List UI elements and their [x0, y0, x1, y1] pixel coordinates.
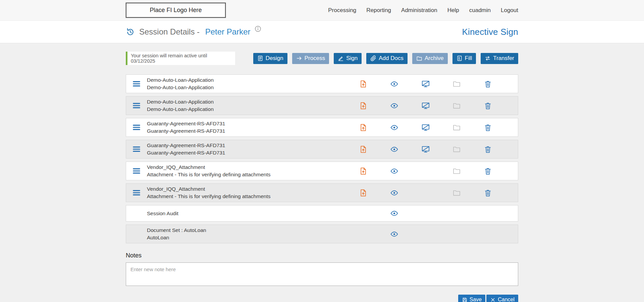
eye-action-button[interactable]	[379, 189, 410, 197]
archive-button-label: Archive	[425, 55, 444, 62]
nav-item-processing[interactable]: Processing	[328, 7, 356, 14]
drag-handle-icon	[131, 188, 142, 197]
design-button[interactable]: Design	[253, 53, 287, 64]
logo-text: Place FI Logo Here	[150, 7, 202, 14]
eye-icon	[390, 102, 398, 110]
document-row: Vendor_IQQ_AttachmentAttachment - This i…	[126, 162, 518, 180]
save-label: Save	[470, 297, 482, 302]
monitor-icon	[421, 79, 430, 88]
fill-button-label: Fill	[465, 55, 472, 62]
transfer-button[interactable]: Transfer	[481, 53, 518, 64]
folder-action-button[interactable]	[441, 145, 472, 154]
trash-icon	[484, 189, 492, 197]
topbar-nav: ProcessingReportingAdministrationHelpcua…	[328, 7, 518, 14]
document-text: Vendor_IQQ_AttachmentAttachment - This i…	[147, 184, 347, 202]
eye-action-button[interactable]	[379, 102, 410, 110]
monitor-action-button[interactable]	[410, 123, 441, 132]
session-expiry-text: Your session will remain active until 03…	[131, 53, 232, 64]
eye-action-button[interactable]	[379, 80, 410, 88]
eye-action-button[interactable]	[379, 167, 410, 175]
drag-handle[interactable]	[126, 166, 147, 176]
document-subtitle: Guaranty-Agreement-RS-AFD731	[147, 149, 347, 157]
upload-action-button[interactable]	[347, 80, 379, 88]
save-button[interactable]: Save	[458, 295, 485, 302]
document-row: Demo-Auto-Loan-ApplicationDemo-Auto-Loan…	[126, 96, 518, 115]
fill-button[interactable]: Fill	[452, 53, 476, 64]
session-user-link[interactable]: Peter Parker	[205, 27, 251, 37]
drag-handle[interactable]	[126, 123, 147, 132]
nav-item-help[interactable]: Help	[447, 7, 459, 14]
eye-action-button[interactable]	[379, 145, 410, 154]
upload-action-button[interactable]	[347, 102, 379, 110]
page-header: Session Details - Peter Parker Kinective…	[0, 21, 644, 43]
note-input[interactable]	[126, 262, 518, 286]
sign-icon	[338, 55, 344, 61]
upload-action-button[interactable]	[347, 123, 379, 132]
drag-handle[interactable]	[126, 79, 147, 88]
document-row: Guaranty-Agreement-RS-AFD731Guaranty-Agr…	[126, 140, 518, 159]
eye-action-button[interactable]	[379, 209, 410, 218]
upload-icon	[359, 80, 367, 88]
notes-heading: Notes	[126, 252, 518, 259]
cancel-label: Cancel	[498, 297, 515, 302]
trash-action-button[interactable]	[472, 145, 503, 154]
brand-title: Kinective Sign	[462, 27, 518, 37]
nav-item-cuadmin[interactable]: cuadmin	[469, 7, 491, 14]
monitor-action-button[interactable]	[410, 79, 441, 88]
drag-handle-icon	[131, 144, 142, 154]
trash-action-button[interactable]	[472, 189, 503, 197]
trash-action-button[interactable]	[472, 167, 503, 175]
folder-action-button[interactable]	[441, 189, 472, 197]
trash-action-button[interactable]	[472, 102, 503, 110]
document-text: Vendor_IQQ_AttachmentAttachment - This i…	[147, 162, 347, 180]
drag-handle[interactable]	[126, 144, 147, 154]
folder-action-button[interactable]	[441, 80, 472, 88]
upload-icon	[359, 102, 367, 110]
process-button[interactable]: Process	[292, 53, 329, 64]
trash-action-button[interactable]	[472, 80, 503, 88]
document-subtitle: Demo-Auto-Loan-Application	[147, 84, 347, 91]
drag-handle[interactable]	[126, 101, 147, 110]
document-text: Document Set : AutoLoanAutoLoan	[147, 225, 347, 243]
nav-item-reporting[interactable]: Reporting	[366, 7, 391, 14]
drag-handle-icon	[131, 166, 142, 176]
folder-icon	[452, 123, 461, 132]
process-icon	[296, 55, 302, 61]
sign-button-label: Sign	[346, 55, 358, 62]
monitor-action-button[interactable]	[410, 101, 441, 110]
folder-action-button[interactable]	[441, 123, 472, 132]
notes-actions: Save Cancel	[126, 295, 518, 302]
transfer-button-label: Transfer	[493, 55, 514, 62]
folder-action-button[interactable]	[441, 167, 472, 175]
cancel-button[interactable]: Cancel	[486, 295, 518, 302]
info-icon[interactable]	[254, 25, 262, 33]
monitor-icon	[421, 101, 430, 110]
monitor-action-button[interactable]	[410, 145, 441, 154]
document-title: Document Set : AutoLoan	[147, 227, 347, 234]
trash-icon	[484, 80, 492, 88]
archive-button[interactable]: Archive	[412, 53, 448, 64]
document-row: Session Audit	[126, 205, 518, 222]
upload-action-button[interactable]	[347, 189, 379, 197]
upload-icon	[359, 167, 367, 175]
document-title: Vendor_IQQ_Attachment	[147, 164, 347, 171]
add-docs-button[interactable]: Add Docs	[366, 53, 408, 64]
nav-item-administration[interactable]: Administration	[401, 7, 437, 14]
drag-handle-icon	[131, 79, 142, 88]
sign-button[interactable]: Sign	[334, 53, 362, 64]
eye-action-button[interactable]	[379, 230, 410, 238]
nav-item-logout[interactable]: Logout	[501, 7, 518, 14]
document-subtitle: Attachment - This is for verifying defin…	[147, 193, 347, 200]
eye-action-button[interactable]	[379, 123, 410, 132]
trash-action-button[interactable]	[472, 123, 503, 132]
document-title: Demo-Auto-Loan-Application	[147, 98, 347, 106]
upload-action-button[interactable]	[347, 145, 379, 154]
folder-action-button[interactable]	[441, 102, 472, 110]
upload-icon	[359, 189, 367, 197]
upload-action-button[interactable]	[347, 167, 379, 175]
banner-row: Your session will remain active until 03…	[126, 52, 518, 65]
drag-handle[interactable]	[126, 188, 147, 197]
cancel-icon	[490, 297, 496, 302]
document-title: Guaranty-Agreement-RS-AFD731	[147, 120, 347, 127]
folder-icon	[452, 145, 461, 154]
